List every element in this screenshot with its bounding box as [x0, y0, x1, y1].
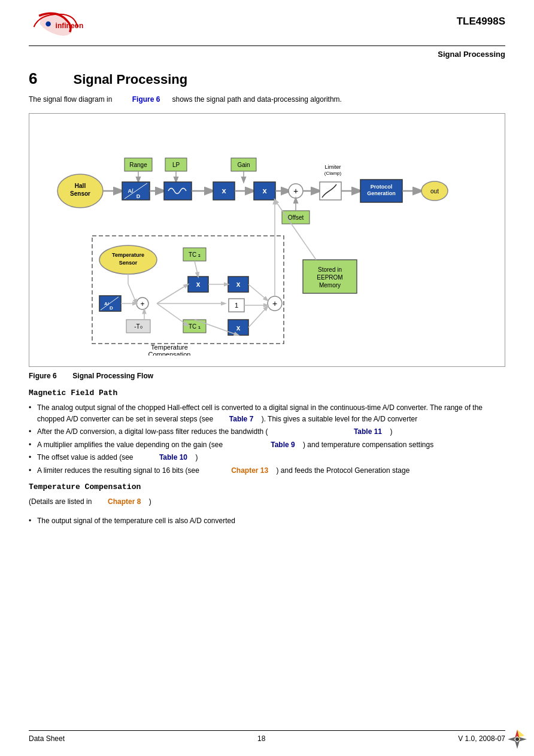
svg-text:TC ₁: TC ₁	[189, 323, 201, 330]
svg-text:D: D	[136, 193, 141, 199]
svg-line-81	[195, 261, 198, 277]
doc-id: TLE4998S	[457, 16, 505, 27]
bullet-5-before: A limiter reduces the resulting signal t…	[37, 466, 199, 475]
svg-text:x: x	[222, 186, 226, 195]
svg-text:+: +	[293, 186, 298, 196]
table7-link[interactable]: Table 7	[229, 415, 253, 423]
svg-text:+: +	[272, 299, 277, 308]
svg-text:infineon: infineon	[56, 22, 84, 30]
bullet-4: The offset value is added (see Table 10 …	[29, 452, 505, 463]
main-content: 6 Signal Processing The signal flow diag…	[0, 59, 534, 526]
bullet-5: A limiter reduces the resulting signal t…	[29, 465, 505, 476]
bullet-4-after: )	[195, 453, 198, 462]
bullet-2-before: After the A/D conversion, a digital low-…	[37, 427, 268, 436]
svg-text:TC ₂: TC ₂	[189, 251, 201, 258]
svg-text:Hall: Hall	[75, 183, 86, 189]
table11-link[interactable]: Table 11	[354, 427, 382, 436]
figure-caption-title: Signal Processing Flow	[72, 372, 153, 380]
temp-intro-before: (Details are listed in	[29, 497, 92, 506]
chapter-number: 6	[29, 69, 37, 88]
footer: Data Sheet 18 V 1.0, 2008-07	[29, 730, 505, 743]
chapter13-link[interactable]: Chapter 13	[231, 466, 268, 475]
diagram-svg: Hall Sensor Range LP A/ D	[35, 122, 499, 356]
temp-intro-after: )	[149, 497, 151, 506]
svg-text:Stored in: Stored in	[318, 266, 342, 273]
bullet-2-after: )	[390, 427, 392, 436]
table9-link[interactable]: Table 9	[271, 441, 295, 449]
svg-line-70	[157, 284, 188, 303]
bullet-5-after: ) and feeds the Protocol Generation stag…	[277, 466, 410, 475]
header: infineon TLE4998S	[0, 0, 534, 41]
footer-right: V 1.0, 2008-07	[458, 734, 505, 743]
svg-text:out: out	[430, 188, 439, 195]
svg-point-96	[515, 737, 519, 741]
magnetic-heading: Magnetic Field Path	[29, 388, 505, 397]
infineon-logo: infineon	[29, 11, 101, 41]
section-label: Signal Processing	[0, 46, 534, 59]
svg-line-72	[157, 303, 188, 326]
footer-left: Data Sheet	[29, 734, 65, 743]
svg-text:EEPROM: EEPROM	[317, 274, 342, 281]
svg-text:x: x	[236, 280, 241, 289]
signal-flow-diagram: Hall Sensor Range LP A/ D	[29, 113, 505, 367]
svg-text:+: +	[140, 300, 144, 308]
footer-center: 18	[257, 734, 265, 743]
bullet-1: The analog output signal of the chopped …	[29, 402, 505, 424]
chapter8-link[interactable]: Chapter 8	[108, 497, 141, 506]
temp-intro: (Details are listed in Chapter 8 )	[29, 496, 505, 507]
svg-text:Compensation: Compensation	[148, 351, 191, 356]
figure6-link[interactable]: Figure 6	[132, 95, 160, 104]
bullet-3-after: ) and temperature compensation settings	[303, 441, 433, 449]
svg-line-74	[248, 284, 268, 300]
windrose-icon	[506, 728, 528, 750]
svg-point-0	[45, 22, 51, 27]
svg-text:Sensor: Sensor	[70, 190, 90, 197]
svg-line-76	[248, 306, 268, 327]
figure-caption-label: Figure 6	[29, 372, 57, 380]
svg-text:Offset: Offset	[288, 214, 304, 221]
svg-rect-36	[320, 182, 341, 200]
svg-text:Generation: Generation	[367, 190, 396, 196]
chapter-heading: 6 Signal Processing	[29, 69, 505, 88]
bullet-3-before: A multiplier amplifies the value dependi…	[37, 441, 223, 449]
svg-text:Temperature: Temperature	[112, 252, 144, 258]
svg-text:Range: Range	[129, 162, 147, 168]
svg-text:LP: LP	[172, 162, 180, 168]
svg-text:Gain: Gain	[237, 162, 250, 168]
chapter-title: Signal Processing	[73, 72, 187, 87]
temp-bullet-1: The output signal of the temperature cel…	[29, 515, 505, 527]
intro-paragraph: The signal flow diagram in Figure 6 show…	[29, 94, 505, 105]
svg-marker-92	[515, 740, 520, 749]
bullet-1-after: ). This gives a suitable level for the A…	[262, 415, 418, 423]
magnetic-bullets: The analog output signal of the chopped …	[29, 402, 505, 476]
figure-caption: Figure 6 Signal Processing Flow	[29, 372, 505, 380]
intro-text-after: shows the signal path and data-processin…	[172, 95, 342, 104]
svg-text:x: x	[236, 324, 241, 332]
logo-area: infineon	[29, 11, 101, 41]
svg-text:D: D	[110, 305, 113, 311]
svg-marker-93	[508, 737, 516, 742]
svg-text:1: 1	[235, 302, 238, 309]
svg-marker-94	[518, 737, 527, 742]
bullet-4-before: The offset value is added (see	[37, 453, 134, 462]
svg-text:x: x	[196, 280, 201, 289]
temp-heading: Temperature Compensation	[29, 482, 505, 491]
temp-bullets: The output signal of the temperature cel…	[29, 515, 505, 527]
bullet-3: A multiplier amplifies the value dependi…	[29, 439, 505, 451]
svg-text:x: x	[262, 186, 267, 195]
table10-link[interactable]: Table 10	[159, 453, 187, 462]
svg-text:Memory: Memory	[319, 282, 341, 289]
svg-line-79	[128, 284, 136, 303]
svg-text:Sensor: Sensor	[119, 260, 138, 266]
svg-text:-T₀: -T₀	[134, 323, 142, 330]
svg-text:Limiter: Limiter	[324, 164, 341, 170]
svg-text:(Clamp): (Clamp)	[324, 171, 342, 176]
intro-text-before: The signal flow diagram in	[29, 95, 112, 104]
bullet-2: After the A/D conversion, a digital low-…	[29, 426, 505, 438]
page: infineon TLE4998S Signal Processing 6 Si…	[0, 0, 534, 756]
svg-text:Protocol: Protocol	[371, 184, 393, 190]
svg-rect-17	[164, 182, 192, 200]
header-right: TLE4998S	[457, 11, 505, 28]
svg-text:Temperature: Temperature	[151, 344, 188, 351]
